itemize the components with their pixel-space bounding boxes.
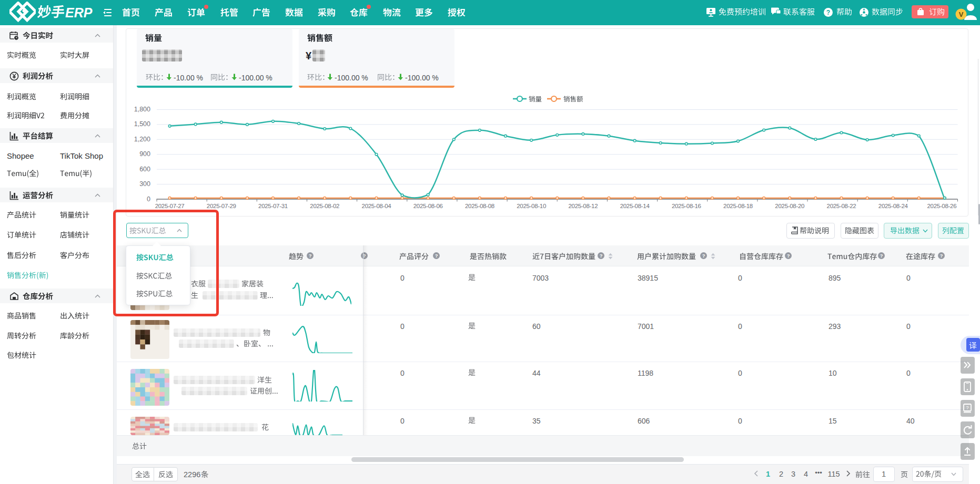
svg-text:?: ?: [940, 253, 943, 259]
svg-text:?: ?: [966, 405, 968, 410]
svg-text:?: ?: [880, 253, 883, 259]
svg-text:?: ?: [787, 253, 790, 259]
svg-text:?: ?: [309, 253, 312, 259]
svg-text:?: ?: [600, 253, 603, 259]
svg-text:?: ?: [435, 253, 438, 259]
svg-text:V: V: [959, 11, 964, 18]
svg-text:?: ?: [702, 253, 705, 259]
svg-text:?: ?: [826, 9, 830, 16]
